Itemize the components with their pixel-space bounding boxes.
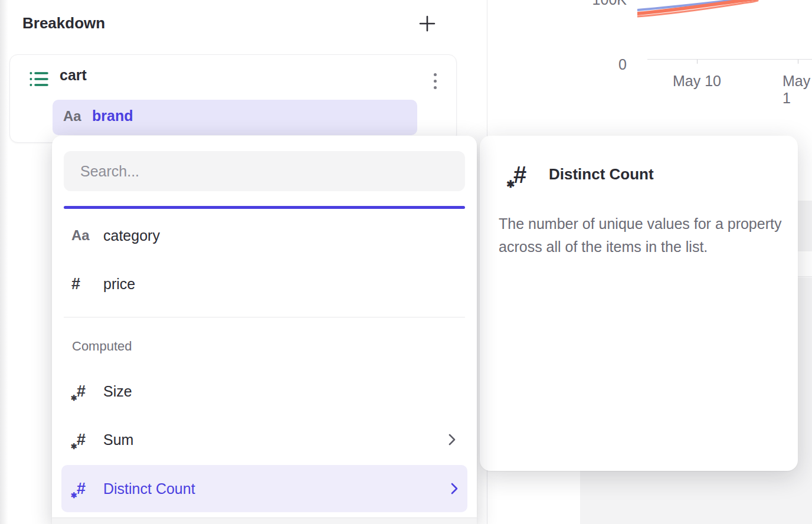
text-property-icon: Aa bbox=[63, 108, 81, 125]
computed-section-label: Computed bbox=[72, 339, 132, 354]
x-axis-label-may10: May 10 bbox=[673, 73, 721, 90]
computed-numeric-icon: ✱# bbox=[71, 480, 86, 498]
dropdown-divider bbox=[64, 317, 465, 317]
search-input[interactable] bbox=[64, 151, 465, 191]
breakdown-property-name[interactable]: cart bbox=[60, 67, 87, 84]
list-property-icon bbox=[29, 70, 49, 90]
dropdown-item-label: Distinct Count bbox=[103, 480, 195, 497]
dropdown-item-size[interactable]: ✱# Size bbox=[64, 374, 465, 409]
x-axis-line bbox=[647, 59, 812, 60]
breakdown-screen: 100K 0 May 10 May 1 Breakdown bbox=[0, 0, 812, 524]
dropdown-item-distinct-count[interactable]: ✱# Distinct Count bbox=[61, 465, 467, 512]
computed-numeric-icon: ✱# bbox=[71, 431, 86, 449]
dropdown-item-label: Sum bbox=[103, 431, 133, 448]
y-axis-label-0: 0 bbox=[618, 56, 627, 73]
text-property-icon: Aa bbox=[71, 227, 90, 244]
numeric-property-icon: # bbox=[71, 275, 80, 293]
computed-numeric-icon: ✱# bbox=[506, 162, 526, 188]
computed-numeric-icon: ✱# bbox=[71, 382, 86, 401]
property-tooltip: ✱# Distinct Count The number of unique v… bbox=[480, 136, 798, 471]
dropdown-item-label: category bbox=[103, 227, 160, 244]
dropdown-item-label: Size bbox=[103, 383, 132, 400]
chart-series-lines bbox=[637, 0, 812, 19]
dropdown-item-price[interactable]: # price bbox=[64, 267, 465, 301]
dropdown-item-sum[interactable]: ✱# Sum bbox=[64, 422, 465, 457]
selected-item-indicator bbox=[64, 206, 465, 209]
kebab-menu-icon bbox=[434, 73, 437, 76]
x-axis-label-may1: May 1 bbox=[782, 73, 812, 107]
dropdown-item-category[interactable]: Aa category bbox=[64, 218, 465, 253]
chevron-right-icon bbox=[447, 432, 457, 447]
property-dropdown: Aa category # price Computed ✱# Size ✱# … bbox=[52, 136, 477, 524]
x-axis-tick bbox=[697, 60, 698, 64]
dropdown-item-label: price bbox=[103, 276, 135, 293]
tooltip-title: Distinct Count bbox=[549, 165, 654, 184]
y-axis-label-100k: 100K bbox=[592, 0, 627, 8]
tooltip-description: The number of unique values for a proper… bbox=[499, 212, 797, 258]
card-options-button[interactable] bbox=[423, 68, 447, 94]
breakdown-card: cart Aa brand bbox=[9, 54, 457, 143]
selected-subproperty-label: brand bbox=[92, 107, 133, 125]
selected-subproperty-row[interactable]: Aa brand bbox=[53, 100, 417, 135]
x-axis-tick bbox=[798, 60, 798, 64]
chevron-right-icon bbox=[450, 481, 459, 496]
dropdown-footer bbox=[52, 518, 477, 524]
